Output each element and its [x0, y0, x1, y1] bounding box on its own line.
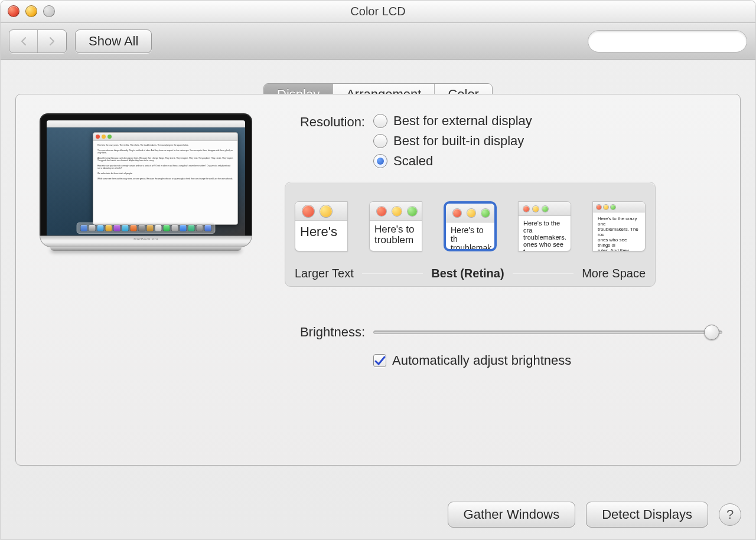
textedit-body: Here's to the crazy ones. The misfits. T…	[93, 141, 237, 224]
brightness-row: Brightness:	[288, 325, 722, 340]
thumb-text: Here's to th troublemak ones who s	[446, 222, 494, 251]
resolution-thumbnails: Here's Here's to troublem Here's to th t…	[295, 191, 646, 262]
search-input[interactable]	[600, 34, 739, 48]
footer: Gather Windows Detect Displays ?	[1, 489, 755, 539]
slider-track	[373, 330, 722, 334]
radio-icon	[373, 134, 387, 148]
close-button[interactable]	[8, 5, 19, 17]
radio-icon	[373, 114, 387, 128]
radio-label: Scaled	[393, 153, 433, 169]
more-space-label: More Space	[582, 267, 646, 280]
content-area: Display Arrangement Color	[1, 60, 755, 477]
prefs-window: Color LCD Show All Display Arrangement C…	[0, 0, 756, 540]
res-thumb-4[interactable]: Here's to the cra troublemakers. ones wh…	[518, 201, 571, 251]
display-preview: Here's to the crazy ones. The misfits. T…	[34, 113, 258, 368]
radio-icon	[373, 154, 387, 168]
check-icon	[374, 355, 386, 366]
chevron-left-icon	[19, 37, 28, 46]
thumb-text: Here's to the cra troublemakers. ones wh…	[519, 216, 571, 251]
laptop-illustration: Here's to the crazy ones. The misfits. T…	[40, 113, 252, 251]
radio-label: Best for built-in display	[393, 133, 524, 149]
brightness-slider[interactable]	[373, 325, 722, 339]
window-title: Color LCD	[1, 5, 755, 18]
show-all-button[interactable]: Show All	[75, 30, 152, 53]
radio-scaled[interactable]: Scaled	[373, 153, 532, 169]
radio-best-external[interactable]: Best for external display	[373, 113, 532, 129]
chevron-right-icon	[47, 37, 57, 46]
res-thumb-2[interactable]: Here's to troublem	[369, 201, 422, 251]
help-button[interactable]: ?	[719, 503, 741, 526]
nav-back-forward	[9, 30, 67, 53]
radio-best-builtin[interactable]: Best for built-in display	[373, 133, 532, 149]
textedit-window-illustration: Here's to the crazy ones. The misfits. T…	[93, 132, 238, 225]
best-retina-label: Best (Retina)	[431, 267, 504, 280]
thumb-text: Here's to the crazy one troublemakers. T…	[593, 212, 645, 251]
scaled-resolution-panel: Here's Here's to troublem Here's to th t…	[285, 182, 656, 287]
slider-knob[interactable]	[704, 325, 719, 340]
search-field-container[interactable]	[588, 30, 747, 53]
brightness-label: Brightness:	[288, 325, 373, 340]
res-thumb-1[interactable]: Here's	[295, 201, 348, 251]
thumb-text: Here's	[295, 221, 347, 243]
tab-panel: Here's to the crazy ones. The misfits. T…	[15, 94, 741, 466]
resolution-radios: Best for external display Best for built…	[373, 113, 532, 169]
forward-button[interactable]	[38, 30, 66, 53]
divider	[362, 273, 423, 274]
toolbar: Show All	[1, 23, 755, 60]
radio-label: Best for external display	[393, 113, 532, 129]
auto-brightness-label: Automatically adjust brightness	[392, 353, 571, 368]
minimize-button[interactable]	[25, 5, 37, 17]
res-thumb-3-selected[interactable]: Here's to th troublemak ones who s	[444, 201, 497, 251]
laptop-hinge	[40, 235, 252, 247]
scale-labels: Larger Text Best (Retina) More Space	[295, 267, 646, 280]
gather-windows-button[interactable]: Gather Windows	[448, 502, 576, 528]
laptop-base	[50, 247, 242, 251]
settings-column: Resolution: Best for external display Be…	[288, 113, 722, 368]
resolution-label: Resolution:	[288, 113, 373, 130]
dock-illustration	[77, 222, 216, 234]
divider	[513, 273, 574, 274]
menubar-illustration	[47, 120, 245, 127]
zoom-button[interactable]	[43, 5, 55, 17]
checkbox-icon	[373, 354, 386, 367]
auto-brightness-row[interactable]: Automatically adjust brightness	[373, 353, 722, 368]
titlebar: Color LCD	[1, 1, 755, 23]
thumb-text: Here's to troublem	[370, 221, 422, 249]
detect-displays-button[interactable]: Detect Displays	[586, 502, 708, 528]
traffic-lights	[8, 5, 55, 17]
res-thumb-5[interactable]: Here's to the crazy one troublemakers. T…	[592, 201, 646, 251]
larger-text-label: Larger Text	[295, 267, 354, 280]
back-button[interactable]	[9, 30, 38, 53]
